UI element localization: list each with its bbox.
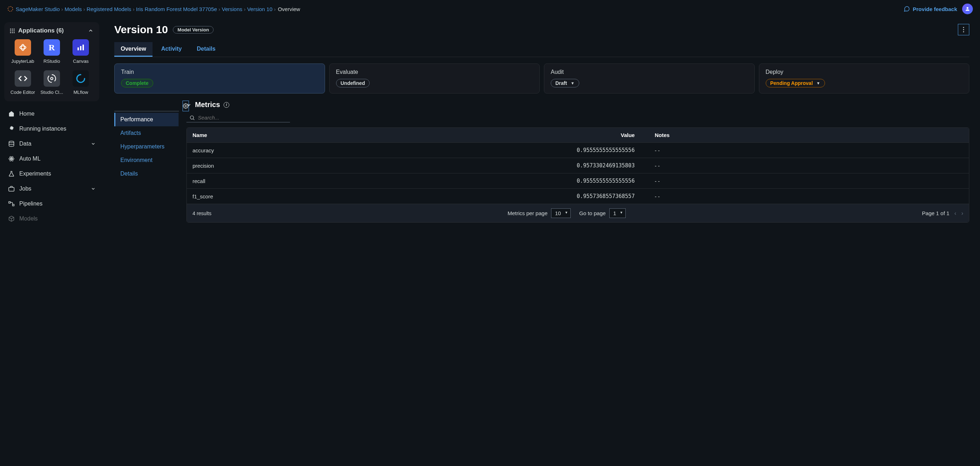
chevron-right-icon: › <box>82 6 86 12</box>
status-pill[interactable]: Draft▼ <box>551 79 579 87</box>
col-name: Name <box>187 128 328 143</box>
app-tile-mlflow[interactable]: MLflow <box>68 70 94 95</box>
info-icon[interactable]: i <box>224 102 229 108</box>
left-sidebar: Applications (6) JupyterLabRRStudioCanva… <box>0 18 103 466</box>
top-bar: SageMaker Studio › Models › Registered M… <box>0 0 980 18</box>
nav-data[interactable]: Data <box>4 136 99 151</box>
goto-page-select[interactable]: 1 <box>609 208 626 218</box>
app-icon <box>73 39 89 55</box>
main-content: Version 10 Model Version OverviewActivit… <box>103 18 980 466</box>
chevron-right-icon: › <box>242 6 247 12</box>
status-pill[interactable]: Pending Approval▼ <box>766 79 825 87</box>
breadcrumb-current: Overview <box>278 6 301 12</box>
stage-card-evaluate[interactable]: EvaluateUndefined <box>329 63 540 94</box>
nav-running-instances[interactable]: Running instances <box>4 121 99 136</box>
breadcrumb-item[interactable]: Version 10 <box>247 6 272 12</box>
nav-auto-ml[interactable]: Auto ML <box>4 151 99 166</box>
sidenav-details[interactable]: Details <box>114 167 178 181</box>
chevron-down-icon[interactable] <box>186 102 191 108</box>
stage-card-deploy[interactable]: DeployPending Approval▼ <box>759 63 970 94</box>
metric-value: 0.9555555555555556 <box>328 173 640 189</box>
section-sidenav: PerformanceArtifactsHyperparametersEnvir… <box>114 113 178 181</box>
sidenav-filter-input[interactable] <box>114 101 179 111</box>
page-indicator: Page 1 of 1 <box>922 210 950 216</box>
tabs: OverviewActivityDetails <box>114 42 969 57</box>
breadcrumb-item[interactable]: Iris Random Forest Model 37705e <box>136 6 217 12</box>
model-version-badge: Model Version <box>173 26 213 33</box>
applications-header-label: Applications (6) <box>18 27 64 34</box>
goto-page-label: Go to page <box>579 210 606 216</box>
breadcrumb-item[interactable]: Registered Models <box>86 6 131 12</box>
gear-icon <box>8 125 15 132</box>
chevron-down-icon <box>91 141 96 146</box>
metrics-search[interactable] <box>186 113 290 122</box>
nav-jobs[interactable]: Jobs <box>4 181 99 196</box>
chevron-right-icon: › <box>272 6 276 12</box>
pipeline-icon <box>8 201 15 207</box>
chevron-right-icon: › <box>217 6 222 12</box>
svg-point-2 <box>20 46 26 49</box>
stage-card-train[interactable]: TrainComplete <box>114 63 325 94</box>
user-avatar[interactable] <box>962 3 973 14</box>
home-icon <box>8 111 15 117</box>
nav-pipelines[interactable]: Pipelines <box>4 196 99 211</box>
nav-label: Pipelines <box>19 201 43 207</box>
tab-details[interactable]: Details <box>190 42 222 57</box>
provide-feedback-link[interactable]: Provide feedback <box>904 6 957 12</box>
nav-experiments[interactable]: Experiments <box>4 166 99 181</box>
app-tile-studiocl[interactable]: Studio Cl... <box>39 70 64 95</box>
chevron-down-icon: ▼ <box>571 81 574 85</box>
per-page-label: Metrics per page <box>508 210 547 216</box>
chevron-down-icon: ▼ <box>816 81 820 85</box>
svg-point-1 <box>966 7 968 9</box>
breadcrumbs: SageMaker Studio › Models › Registered M… <box>7 6 300 12</box>
sidebar-nav: HomeRunning instancesDataAuto MLExperime… <box>4 106 99 226</box>
sidenav-hyperparameters[interactable]: Hyperparameters <box>114 140 178 154</box>
app-label: MLflow <box>73 90 88 95</box>
per-page-select[interactable]: 10 <box>551 208 571 218</box>
breadcrumb-item[interactable]: SageMaker Studio <box>16 6 60 12</box>
stage-row: TrainCompleteEvaluateUndefinedAuditDraft… <box>114 63 969 94</box>
metric-notes: - - <box>640 158 969 173</box>
next-page-button[interactable]: › <box>961 210 963 217</box>
metric-name: accuracy <box>187 143 328 158</box>
prev-page-button[interactable]: ‹ <box>954 210 956 217</box>
breadcrumb-item[interactable]: Versions <box>222 6 242 12</box>
sagemaker-icon <box>7 6 14 12</box>
applications-panel: Applications (6) JupyterLabRRStudioCanva… <box>4 22 99 101</box>
nav-home[interactable]: Home <box>4 106 99 121</box>
metrics-search-input[interactable] <box>198 114 287 120</box>
svg-rect-4 <box>78 48 79 50</box>
svg-point-17 <box>963 27 964 28</box>
sidenav-environment[interactable]: Environment <box>114 154 178 167</box>
app-label: JupyterLab <box>11 59 34 64</box>
app-icon <box>14 70 31 87</box>
svg-rect-14 <box>9 187 14 191</box>
app-tile-canvas[interactable]: Canvas <box>68 39 94 64</box>
tab-overview[interactable]: Overview <box>114 42 153 57</box>
status-pill: Complete <box>121 79 153 87</box>
cube-icon <box>8 216 15 222</box>
app-tile-jupyterlab[interactable]: JupyterLab <box>10 39 35 64</box>
more-actions-button[interactable] <box>958 24 969 35</box>
svg-point-21 <box>190 116 194 119</box>
col-value: Value <box>328 128 640 143</box>
metric-row: recall0.9555555555555556- - <box>187 173 969 189</box>
app-tile-rstudio[interactable]: RRStudio <box>39 39 64 64</box>
svg-point-18 <box>963 29 964 30</box>
sidenav-performance[interactable]: Performance <box>114 113 178 126</box>
svg-point-3 <box>21 44 24 50</box>
stage-card-audit[interactable]: AuditDraft▼ <box>544 63 755 94</box>
tab-activity[interactable]: Activity <box>154 42 188 57</box>
app-tile-codeeditor[interactable]: Code Editor <box>10 70 35 95</box>
applications-toggle[interactable]: Applications (6) <box>10 27 94 34</box>
nav-label: Data <box>19 141 32 147</box>
metric-value: 0.9555555555555556 <box>328 143 640 158</box>
nav-label: Running instances <box>19 125 67 132</box>
nav-models[interactable]: Models <box>4 211 99 226</box>
sidenav-artifacts[interactable]: Artifacts <box>114 126 178 140</box>
svg-point-9 <box>9 141 14 143</box>
breadcrumb-item[interactable]: Models <box>65 6 82 12</box>
metrics-table: Name Value Notes accuracy0.9555555555555… <box>186 127 969 223</box>
results-count: 4 results <box>192 211 212 216</box>
